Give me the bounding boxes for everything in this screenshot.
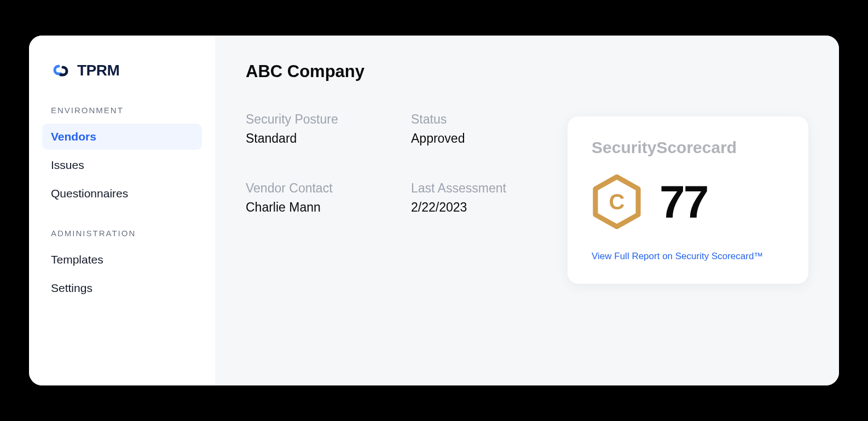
- info-security-posture: Security Posture Standard: [246, 112, 372, 146]
- info-value: Standard: [246, 131, 372, 146]
- score-display: C 77: [592, 174, 784, 229]
- score-number: 77: [659, 179, 707, 225]
- sidebar-item-issues[interactable]: Issues: [42, 152, 202, 178]
- brand-name: TPRM: [77, 62, 119, 79]
- info-value: Charlie Mann: [246, 200, 372, 215]
- brand-logo: TPRM: [42, 62, 202, 106]
- info-label: Security Posture: [246, 112, 372, 127]
- sidebar: TPRM ENVIRONMENT Vendors Issues Question…: [29, 36, 215, 385]
- vendor-details: ABC Company Security Posture Standard St…: [246, 62, 537, 359]
- info-vendor-contact: Vendor Contact Charlie Mann: [246, 181, 372, 215]
- sidebar-item-vendors[interactable]: Vendors: [42, 124, 202, 150]
- main-content-area: ABC Company Security Posture Standard St…: [215, 36, 839, 385]
- link-icon: [51, 63, 71, 78]
- sidebar-item-templates[interactable]: Templates: [42, 247, 202, 273]
- info-value: Approved: [411, 131, 537, 146]
- page-title: ABC Company: [246, 62, 537, 81]
- info-label: Vendor Contact: [246, 181, 372, 196]
- info-label: Last Assessment: [411, 181, 537, 196]
- view-full-report-link[interactable]: View Full Report on Security Scorecard™: [592, 251, 784, 262]
- nav-section-header: ADMINISTRATION: [42, 229, 202, 247]
- nav-section-environment: ENVIRONMENT Vendors Issues Questionnaire…: [42, 106, 202, 207]
- info-status: Status Approved: [411, 112, 537, 146]
- sidebar-item-settings[interactable]: Settings: [42, 275, 202, 301]
- info-label: Status: [411, 112, 537, 127]
- hexagon-badge-icon: C: [592, 174, 642, 229]
- scorecard-title: SecurityScorecard: [592, 138, 784, 157]
- security-scorecard-widget: SecurityScorecard C 77 View Full Report …: [568, 116, 808, 284]
- sidebar-item-questionnaires[interactable]: Questionnaires: [42, 180, 202, 207]
- info-value: 2/22/2023: [411, 200, 537, 215]
- info-last-assessment: Last Assessment 2/22/2023: [411, 181, 537, 215]
- grade-letter: C: [609, 190, 625, 214]
- app-window: TPRM ENVIRONMENT Vendors Issues Question…: [29, 36, 839, 385]
- info-grid: Security Posture Standard Status Approve…: [246, 112, 537, 215]
- nav-section-header: ENVIRONMENT: [42, 106, 202, 124]
- nav-section-administration: ADMINISTRATION Templates Settings: [42, 229, 202, 301]
